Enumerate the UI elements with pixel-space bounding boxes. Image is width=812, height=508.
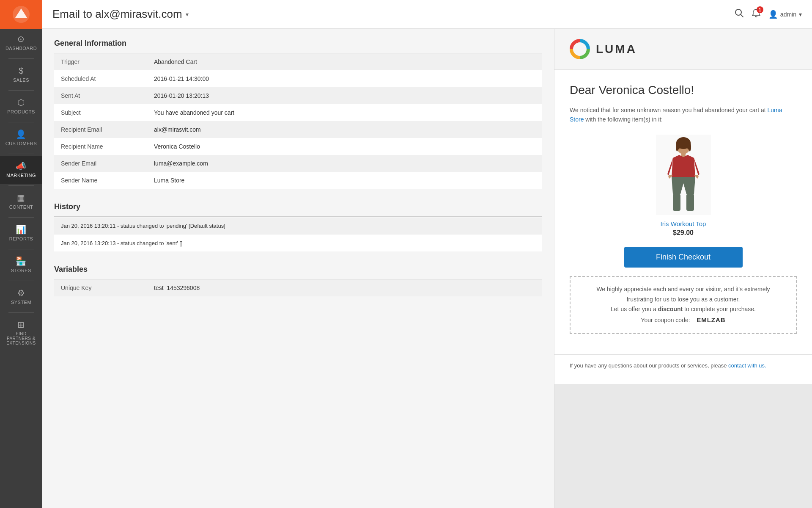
discount-section: We highly appreciate each and every our … xyxy=(570,276,797,334)
contact-link[interactable]: contact with us. xyxy=(728,362,766,369)
discount-bold: discount xyxy=(658,306,683,312)
reports-icon: 📊 xyxy=(16,225,27,234)
sidebar-item-label: CUSTOMERS xyxy=(5,141,37,146)
general-info-row: Recipient NameVeronica Costello xyxy=(54,138,542,155)
sidebar-item-label: STORES xyxy=(11,268,31,273)
sidebar-item-label: SALES xyxy=(13,77,29,83)
variables-section: Variables Unique Keytest_1453296008 xyxy=(54,265,542,296)
sidebar: ⊙ DASHBOARD $ SALES ⬡ PRODUCTS 👤 CUSTOME… xyxy=(0,0,42,508)
field-label: Subject xyxy=(54,104,147,121)
field-label: Sender Email xyxy=(54,155,147,172)
general-info-title: General Information xyxy=(54,39,542,48)
variable-label: Unique Key xyxy=(54,279,147,296)
product-image xyxy=(656,135,711,215)
sidebar-item-label: REPORTS xyxy=(9,236,33,241)
email-preview: LUMA Dear Veronica Costello! We noticed … xyxy=(554,29,812,384)
system-icon: ⚙ xyxy=(17,289,25,297)
sidebar-item-dashboard[interactable]: ⊙ DASHBOARD xyxy=(0,29,42,57)
sidebar-logo xyxy=(0,0,42,29)
luma-logo-text: LUMA xyxy=(596,42,637,56)
history-list: Jan 20, 2016 13:20:11 - status changed t… xyxy=(54,218,542,251)
variable-row: Unique Keytest_1453296008 xyxy=(54,279,542,296)
footer-text1: If you have any questions about our prod… xyxy=(570,362,727,369)
left-panel: General Information TriggerAbandoned Car… xyxy=(42,29,554,508)
products-icon: ⬡ xyxy=(17,98,25,107)
email-intro-text: We noticed that for some unknown reason … xyxy=(570,107,766,113)
svg-line-2 xyxy=(741,14,743,17)
sidebar-item-products[interactable]: ⬡ PRODUCTS xyxy=(0,92,42,120)
general-info-table: TriggerAbandoned CartScheduled At2016-01… xyxy=(54,53,542,189)
coupon-code: EMLZAB xyxy=(697,316,726,323)
sidebar-divider xyxy=(8,281,34,281)
field-value: 2016-01-20 13:20:13 xyxy=(147,87,542,104)
email-footer: If you have any questions about our prod… xyxy=(554,354,812,384)
field-label: Trigger xyxy=(54,53,147,70)
variable-value: test_1453296008 xyxy=(147,279,542,296)
email-intro: We noticed that for some unknown reason … xyxy=(570,105,797,124)
admin-menu[interactable]: 👤 admin ▾ xyxy=(768,10,802,19)
stores-icon: 🏪 xyxy=(16,257,27,265)
footer-text: If you have any questions about our prod… xyxy=(570,362,797,370)
sidebar-item-marketing[interactable]: 📣 MARKETING xyxy=(0,156,42,184)
page-title-area: Email to alx@mirasvit.com ▾ xyxy=(52,8,735,21)
history-section: History Jan 20, 2016 13:20:11 - status c… xyxy=(54,202,542,251)
sidebar-divider xyxy=(8,217,34,218)
finish-checkout-button[interactable]: Finish Checkout xyxy=(624,247,743,268)
sidebar-item-sales[interactable]: $ SALES xyxy=(0,61,42,88)
field-value: luma@example.com xyxy=(147,155,542,172)
history-item: Jan 20, 2016 13:20:11 - status changed t… xyxy=(54,218,542,234)
sidebar-item-label: PRODUCTS xyxy=(7,109,35,114)
sidebar-divider xyxy=(8,185,34,186)
sidebar-item-stores[interactable]: 🏪 STORES xyxy=(0,251,42,279)
admin-dropdown-icon: ▾ xyxy=(799,11,802,18)
sidebar-divider xyxy=(8,58,34,59)
admin-name: admin xyxy=(780,11,796,18)
admin-avatar-icon: 👤 xyxy=(768,10,778,19)
sidebar-item-partners[interactable]: ⊞ FIND PARTNERS & EXTENSIONS xyxy=(0,315,42,351)
email-header: LUMA xyxy=(554,29,812,70)
general-info-row: Sender Emailluma@example.com xyxy=(54,155,542,172)
field-value: 2016-01-21 14:30:00 xyxy=(147,70,542,87)
partners-icon: ⊞ xyxy=(17,320,25,329)
sidebar-item-label: MARKETING xyxy=(6,173,36,178)
top-header: Email to alx@mirasvit.com ▾ 1 👤 admin xyxy=(42,0,812,29)
notification-icon[interactable]: 1 xyxy=(752,8,761,20)
variables-title: Variables xyxy=(54,265,542,274)
sidebar-item-label: SYSTEM xyxy=(11,300,31,305)
discount-text: We highly appreciate each and every our … xyxy=(581,284,786,326)
sidebar-divider xyxy=(8,122,34,122)
main-area: Email to alx@mirasvit.com ▾ 1 👤 admin xyxy=(42,0,812,508)
sidebar-item-label: FIND PARTNERS & EXTENSIONS xyxy=(3,331,39,345)
header-actions: 1 👤 admin ▾ xyxy=(735,8,802,20)
sidebar-divider xyxy=(8,90,34,91)
email-intro-text2: with the following item(s) in it: xyxy=(585,116,663,123)
content-layout: General Information TriggerAbandoned Car… xyxy=(42,29,812,508)
field-value: You have abandoned your cart xyxy=(147,104,542,121)
product-price: $29.00 xyxy=(673,229,694,237)
svg-rect-9 xyxy=(686,194,694,211)
product-name-link[interactable]: Iris Workout Top xyxy=(661,220,706,227)
title-dropdown-icon[interactable]: ▾ xyxy=(186,11,189,18)
search-icon[interactable] xyxy=(735,8,744,20)
content-icon: ▦ xyxy=(17,193,25,202)
sidebar-item-reports[interactable]: 📊 REPORTS xyxy=(0,219,42,247)
product-section: Iris Workout Top $29.00 xyxy=(570,135,797,237)
field-value: Luma Store xyxy=(147,172,542,189)
email-body: Dear Veronica Costello! We noticed that … xyxy=(554,70,812,354)
marketing-icon: 📣 xyxy=(16,162,27,170)
sidebar-divider xyxy=(8,312,34,313)
history-divider xyxy=(54,216,542,217)
luma-logo-icon xyxy=(570,39,590,59)
history-title: History xyxy=(54,202,542,211)
customers-icon: 👤 xyxy=(16,130,27,138)
sidebar-item-label: DASHBOARD xyxy=(5,46,37,51)
general-info-row: Recipient Emailalx@mirasvit.com xyxy=(54,121,542,138)
email-greeting: Dear Veronica Costello! xyxy=(570,83,797,97)
svg-rect-8 xyxy=(673,194,680,211)
general-info-row: Sender NameLuma Store xyxy=(54,172,542,189)
general-info-row: Scheduled At2016-01-21 14:30:00 xyxy=(54,70,542,87)
field-label: Sender Name xyxy=(54,172,147,189)
sidebar-item-customers[interactable]: 👤 CUSTOMERS xyxy=(0,124,42,152)
sidebar-item-content[interactable]: ▦ CONTENT xyxy=(0,188,42,215)
sidebar-item-system[interactable]: ⚙ SYSTEM xyxy=(0,283,42,311)
